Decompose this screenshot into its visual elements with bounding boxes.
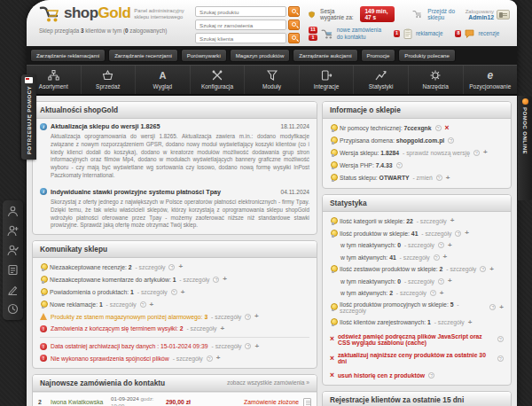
tab-product-warehouse[interactable]: Magazyn produktów	[230, 49, 291, 62]
nav-configuration[interactable]: Konfiguracja	[190, 66, 245, 94]
help-icon[interactable]: ?	[438, 242, 444, 248]
signature-icon[interactable]	[7, 284, 19, 295]
details-link[interactable]: - szczegóły	[398, 254, 430, 261]
close-icon[interactable]: ×	[445, 124, 450, 132]
expand-icon[interactable]: +	[254, 313, 259, 320]
expand-icon[interactable]: +	[440, 290, 444, 297]
nav-appearance[interactable]: A Wygląd	[135, 66, 190, 94]
expand-icon[interactable]: +	[450, 217, 455, 224]
tab-recommended-products[interactable]: Produkty polecane	[398, 49, 455, 62]
nav-statistics[interactable]: Statystyki	[353, 66, 408, 94]
refresh-cache-link[interactable]: odśwież pamięć podręczną plików JavaScri…	[338, 333, 494, 346]
tab-promotions[interactable]: Promocje	[361, 49, 396, 62]
order-document-icon[interactable]	[303, 398, 311, 406]
help-icon[interactable]: ?	[213, 277, 219, 283]
search-customer-button[interactable]	[288, 33, 300, 43]
expand-icon[interactable]: +	[448, 277, 452, 285]
details-link[interactable]: - szczegóły	[403, 278, 434, 285]
expand-icon[interactable]: +	[254, 343, 259, 350]
expand-icon[interactable]: +	[220, 325, 224, 332]
customer-name-link[interactable]: Iwona Kwiatkowska	[51, 399, 111, 405]
details-link[interactable]: - szczegóły	[134, 264, 166, 270]
search-product-button[interactable]	[288, 6, 300, 17]
help-icon[interactable]: ?	[473, 150, 480, 156]
search-order-button[interactable]	[288, 20, 300, 30]
orders-list-icon[interactable]	[7, 264, 19, 276]
change-status-link[interactable]: - zmień	[411, 175, 433, 181]
complaints-link[interactable]: 1 reklamacje	[394, 28, 443, 39]
expand-icon[interactable]: +	[489, 266, 494, 273]
details-link[interactable]: - szczegóły	[403, 242, 434, 248]
user-id-card-icon[interactable]	[497, 10, 510, 20]
expand-icon[interactable]: +	[181, 289, 185, 296]
help-icon[interactable]: ?	[430, 290, 436, 296]
help-icon[interactable]: ?	[455, 230, 461, 237]
go-to-shop-link[interactable]: Przejdź do sklepu	[427, 8, 459, 20]
help-icon[interactable]: ?	[438, 278, 444, 285]
help-icon[interactable]: ?	[428, 372, 434, 379]
news-item-title[interactable]: Indywidualne stawki prowizyjne systemu p…	[51, 188, 277, 196]
see-all-orders-link[interactable]: zobacz wszystkie zamówienia »	[227, 379, 309, 386]
details-link[interactable]: - szczegóły	[171, 355, 203, 362]
tab-reviews-management[interactable]: Zarządzanie recenzjami	[108, 49, 178, 62]
nav-sales[interactable]: Sprzedaż	[81, 66, 136, 94]
details-link[interactable]: - szczegóły	[209, 314, 241, 320]
nav-integrations[interactable]: Integracje	[299, 66, 354, 94]
reviews-link[interactable]: 8 recenzje	[455, 29, 499, 38]
help-icon[interactable]: ?	[140, 301, 146, 308]
expand-icon[interactable]: +	[216, 355, 221, 362]
expand-icon[interactable]: +	[483, 149, 488, 156]
need-help-tab[interactable]: POTRZEBUJĘ POMOCY	[21, 74, 36, 160]
expand-icon[interactable]: +	[443, 254, 448, 261]
details-link[interactable]: - szczegóły	[177, 277, 209, 283]
logged-user[interactable]: Admin12	[466, 14, 494, 20]
sales-admin-icon[interactable]	[7, 206, 19, 217]
expand-icon[interactable]: +	[499, 304, 504, 311]
new-contact-orders-link[interactable]: 11 1 nowe zamówieniado kontaktu	[309, 27, 381, 41]
update-lowest-prices-link[interactable]: zaktualizuj najniższe ceny produktów za …	[338, 352, 494, 364]
nav-tools[interactable]: Narzędzia	[408, 66, 463, 94]
help-icon[interactable]: ?	[436, 175, 442, 181]
history-clock-icon[interactable]	[7, 303, 19, 315]
expand-icon[interactable]: +	[465, 230, 469, 237]
news-item-title[interactable]: Aktualizacja sklepu do wersji 1.8265	[51, 122, 277, 130]
details-link[interactable]: - szczegóły	[105, 301, 137, 308]
help-icon[interactable]: ?	[168, 264, 175, 270]
expand-icon[interactable]: +	[446, 175, 450, 182]
search-order-input[interactable]	[195, 20, 286, 30]
tab-price-comparison[interactable]: Porównywarki	[181, 49, 227, 62]
help-icon[interactable]: ?	[435, 125, 442, 131]
nav-modules[interactable]: Moduły	[244, 66, 299, 94]
details-link[interactable]: - szczegóły	[185, 325, 217, 332]
nav-seo[interactable]: e Pozycjonowanie	[463, 66, 518, 94]
details-link[interactable]: - szczegóły	[210, 343, 242, 349]
details-link[interactable]: - szczegóły	[395, 290, 426, 296]
expand-icon[interactable]: +	[178, 263, 183, 270]
help-icon[interactable]: ?	[245, 314, 251, 320]
help-icon[interactable]: ?	[245, 343, 251, 349]
tab-complaints-management[interactable]: Zarządzanie reklamacjami	[30, 49, 106, 62]
add-customer-icon[interactable]	[7, 225, 19, 237]
tab-auctions-management[interactable]: Zarządzanie aukcjami	[293, 49, 357, 62]
details-link[interactable]: - szczegóły	[136, 289, 168, 295]
search-customer-input[interactable]	[195, 33, 286, 43]
help-icon[interactable]: ?	[207, 355, 213, 362]
help-icon[interactable]: ?	[448, 137, 454, 144]
help-icon[interactable]: ?	[396, 162, 403, 168]
expand-icon[interactable]: +	[150, 301, 154, 308]
delete-price-history-link[interactable]: usuń historię cen z produktów	[338, 372, 425, 379]
help-icon[interactable]: ?	[171, 289, 177, 295]
check-new-version-link[interactable]: - sprawdź nowszą wersję	[401, 150, 470, 156]
help-icon[interactable]: ?	[434, 254, 440, 261]
help-icon[interactable]: ?	[480, 266, 486, 272]
customer-approved-icon[interactable]	[7, 245, 19, 256]
search-product-input[interactable]	[195, 6, 286, 17]
expand-icon[interactable]: +	[223, 276, 227, 283]
help-icon[interactable]: ?	[497, 355, 504, 362]
details-link[interactable]: - szczegóły	[444, 266, 476, 272]
online-help-tab[interactable]: POMOC ONLINE	[518, 96, 532, 200]
expand-icon[interactable]: +	[448, 242, 452, 249]
details-link[interactable]: - szczegóły	[419, 230, 451, 237]
expand-icon[interactable]: +	[468, 319, 473, 326]
details-link[interactable]: - szczegóły	[433, 319, 465, 325]
